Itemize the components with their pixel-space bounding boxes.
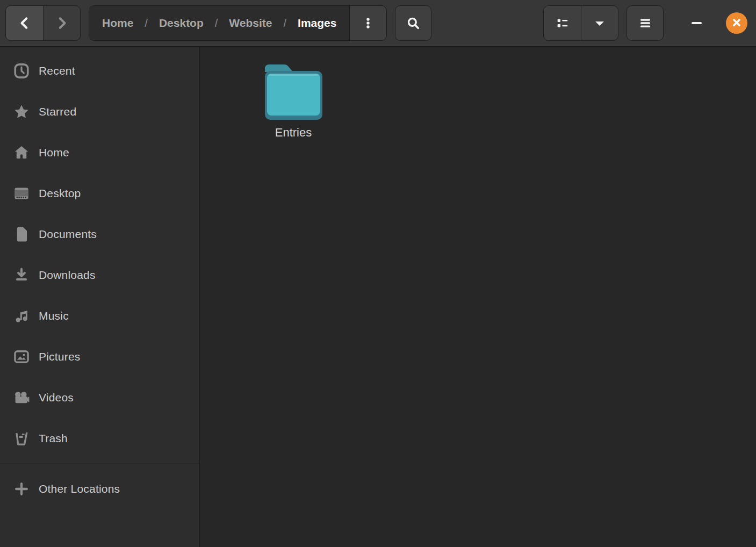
- sidebar-item-starred[interactable]: Starred: [0, 91, 199, 132]
- sidebar-item-label: Pictures: [39, 350, 80, 363]
- breadcrumb-website[interactable]: Website: [229, 17, 272, 30]
- sidebar-item-desktop[interactable]: Desktop: [0, 173, 199, 214]
- main-menu-button[interactable]: [627, 5, 664, 41]
- breadcrumb-desktop[interactable]: Desktop: [159, 17, 204, 30]
- chevron-right-icon: [54, 15, 70, 31]
- list-view-button[interactable]: [544, 6, 581, 40]
- sidebar-item-pictures[interactable]: Pictures: [0, 336, 199, 377]
- breadcrumb-home[interactable]: Home: [102, 17, 133, 30]
- folder-icon: [265, 64, 322, 120]
- sidebar-item-downloads[interactable]: Downloads: [0, 255, 199, 296]
- hamburger-menu-icon: [638, 16, 653, 31]
- search-button[interactable]: [395, 5, 431, 41]
- sidebar-item-label: Home: [39, 146, 69, 159]
- sidebar-item-label: Videos: [39, 391, 74, 404]
- file-manager-window: Home / Desktop / Website / Images: [0, 0, 756, 547]
- sidebar-item-recent[interactable]: Recent: [0, 51, 199, 91]
- sidebar-item-documents[interactable]: Documents: [0, 214, 199, 255]
- sidebar-item-label: Desktop: [39, 187, 81, 200]
- breadcrumb-separator: /: [215, 17, 218, 30]
- home-icon: [13, 144, 30, 161]
- view-options-button[interactable]: [581, 6, 618, 40]
- folder-item-entries[interactable]: Entries: [244, 64, 343, 140]
- minimize-icon: [692, 22, 702, 24]
- chevron-down-icon: [592, 16, 607, 31]
- history-nav-group: [5, 5, 81, 41]
- sidebar-item-music[interactable]: Music: [0, 296, 199, 336]
- breadcrumb-separator: /: [145, 17, 148, 30]
- sidebar-separator: [0, 463, 199, 464]
- sidebar-item-other-locations[interactable]: Other Locations: [0, 469, 199, 509]
- chevron-left-icon: [17, 15, 33, 31]
- sidebar-item-label: Music: [39, 310, 69, 322]
- list-view-icon: [555, 16, 570, 31]
- back-button[interactable]: [6, 6, 43, 40]
- sidebar-item-label: Starred: [39, 105, 76, 118]
- forward-button[interactable]: [43, 6, 80, 40]
- sidebar-item-trash[interactable]: Trash: [0, 418, 199, 459]
- sidebar-item-label: Trash: [39, 432, 68, 445]
- minimize-button[interactable]: [680, 5, 713, 41]
- music-note-icon: [13, 307, 30, 325]
- breadcrumb: Home / Desktop / Website / Images: [89, 6, 349, 40]
- path-menu-button[interactable]: [349, 6, 386, 40]
- path-bar: Home / Desktop / Website / Images: [89, 5, 387, 41]
- file-grid[interactable]: Entries: [200, 47, 756, 547]
- headerbar: Home / Desktop / Website / Images: [0, 0, 756, 47]
- document-icon: [13, 226, 30, 243]
- sidebar-item-videos[interactable]: Videos: [0, 377, 199, 418]
- desktop-icon: [13, 185, 30, 202]
- close-button[interactable]: [726, 12, 747, 34]
- sidebar: Recent Starred Home Desktop: [0, 47, 200, 547]
- breadcrumb-separator: /: [283, 17, 286, 30]
- clock-icon: [13, 62, 30, 80]
- plus-icon: [13, 480, 30, 498]
- sidebar-item-label: Recent: [39, 64, 75, 77]
- sidebar-item-label: Downloads: [39, 269, 96, 282]
- sidebar-item-label: Documents: [39, 228, 97, 241]
- picture-icon: [13, 348, 30, 365]
- video-camera-icon: [13, 389, 30, 406]
- sidebar-item-home[interactable]: Home: [0, 132, 199, 173]
- close-icon: [731, 17, 742, 30]
- search-icon: [406, 16, 421, 31]
- download-icon: [13, 267, 30, 284]
- window-body: Recent Starred Home Desktop: [0, 47, 756, 547]
- breadcrumb-images[interactable]: Images: [298, 17, 336, 30]
- sidebar-item-label: Other Locations: [39, 483, 120, 495]
- view-switcher-group: [543, 5, 618, 41]
- kebab-menu-icon: [361, 16, 375, 30]
- trash-icon: [13, 430, 30, 447]
- star-icon: [13, 103, 30, 120]
- file-name: Entries: [275, 126, 312, 140]
